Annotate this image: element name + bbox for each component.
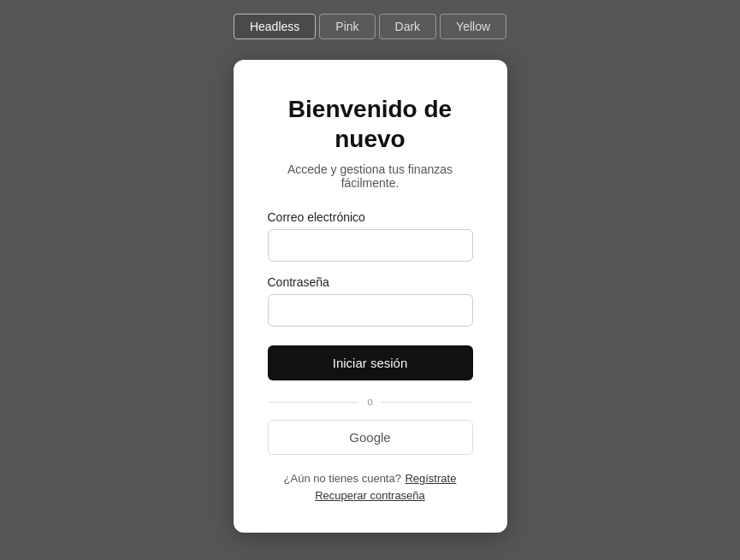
divider-text: o: [358, 396, 382, 408]
tab-dark[interactable]: Dark: [379, 14, 437, 39]
card-subtitle: Accede y gestiona tus finanzas fácilment…: [268, 162, 473, 190]
recover-link[interactable]: Recuperar contraseña: [315, 489, 425, 502]
password-field-group: Contraseña: [268, 275, 473, 327]
theme-tabs: Headless Pink Dark Yellow: [234, 14, 506, 39]
login-card: Bienvenido de nuevo Accede y gestiona tu…: [234, 60, 507, 533]
register-link[interactable]: Regístrate: [405, 472, 456, 485]
email-field-group: Correo electrónico: [268, 210, 473, 262]
password-input[interactable]: [268, 294, 473, 327]
google-button[interactable]: Google: [268, 420, 473, 455]
login-button[interactable]: Iniciar sesión: [268, 345, 473, 380]
tab-headless[interactable]: Headless: [234, 14, 316, 39]
no-account-text: ¿Aún no tienes cuenta?: [284, 472, 401, 485]
card-title: Bienvenido de nuevo: [268, 94, 473, 154]
divider-line-right: [382, 402, 473, 403]
password-label: Contraseña: [268, 275, 473, 289]
divider-line-left: [268, 402, 359, 403]
tab-pink[interactable]: Pink: [319, 14, 375, 39]
register-line: ¿Aún no tienes cuenta? Regístrate: [284, 470, 457, 486]
footer-links: ¿Aún no tienes cuenta? Regístrate Recupe…: [268, 470, 473, 502]
divider: o: [268, 396, 473, 408]
tab-yellow[interactable]: Yellow: [440, 14, 506, 39]
email-label: Correo electrónico: [268, 210, 473, 224]
email-input[interactable]: [268, 229, 473, 262]
